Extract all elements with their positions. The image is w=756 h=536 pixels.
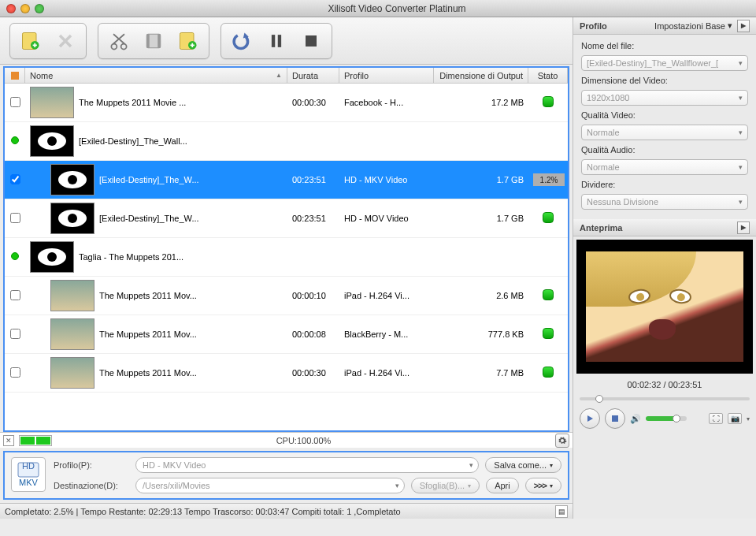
row-duration: 00:00:08 [287, 329, 339, 339]
thumbnail [30, 87, 74, 118]
stop-button[interactable] [295, 27, 327, 55]
column-profile[interactable]: Profilo [339, 68, 434, 83]
close-window-button[interactable] [6, 4, 16, 13]
preview-panel-toggle-button[interactable]: ▶ [737, 221, 750, 234]
row-checkbox-cell[interactable] [5, 97, 25, 109]
destination-dropdown[interactable]: /Users/xili/Movies [135, 478, 405, 493]
output-settings-panel: HD MKV Profilo(P): HD - MKV Video Salva … [3, 451, 569, 500]
svg-text:HD: HD [22, 462, 35, 471]
row-checkbox[interactable] [10, 174, 20, 184]
profile-dropdown[interactable]: HD - MKV Video [135, 457, 479, 473]
snapshot-button[interactable]: 📷 [728, 413, 742, 424]
row-output-size: 1.7 GB [434, 214, 528, 223]
effects-button[interactable] [138, 27, 169, 55]
cpu-usage-bar: ✕ CPU:100.00% [0, 432, 573, 448]
split-dropdown[interactable]: Nessuna Divisione [581, 194, 748, 210]
row-checkbox-cell[interactable] [5, 252, 25, 262]
video-size-label: Dimensione del Video: [581, 76, 748, 85]
column-status[interactable]: Stato [528, 68, 568, 83]
window-controls [6, 4, 44, 13]
row-checkbox-cell[interactable] [5, 213, 25, 225]
status-ready-icon [543, 367, 554, 378]
save-as-button[interactable]: Salva come... ▾ [485, 457, 561, 473]
row-checkbox[interactable] [10, 97, 20, 107]
status-ready-icon [543, 289, 554, 300]
file-name-field[interactable]: [Exiled-Destiny]_The_Wallflower_[ [581, 55, 748, 71]
row-checkbox-cell[interactable] [5, 367, 25, 379]
cpu-percent-label: CPU:100.00% [57, 436, 550, 445]
snapshot-menu-icon[interactable]: ▾ [747, 415, 750, 422]
column-duration[interactable]: Durata [287, 68, 339, 83]
column-output-size[interactable]: Dimensione di Output [434, 68, 528, 83]
preview-stop-button[interactable] [605, 408, 625, 429]
cut-button[interactable] [103, 27, 135, 55]
video-quality-dropdown[interactable]: Normale [581, 125, 748, 140]
open-button[interactable]: Apri [486, 478, 519, 493]
profile-panel-toggle-button[interactable]: ▶ [737, 20, 750, 32]
column-checkbox[interactable] [5, 68, 25, 83]
row-checkbox-cell[interactable] [5, 290, 25, 302]
convert-button[interactable] [226, 27, 258, 55]
svg-rect-10 [278, 35, 281, 47]
audio-quality-dropdown[interactable]: Normale [581, 159, 748, 175]
table-row[interactable]: The Muppets 2011 Mov...00:00:10iPad - H.… [5, 277, 568, 315]
expand-collapse-icon[interactable] [11, 252, 19, 260]
minimize-window-button[interactable] [20, 4, 30, 13]
video-size-dropdown[interactable]: 1920x1080 [581, 90, 748, 106]
row-checkbox[interactable] [10, 367, 20, 378]
row-checkbox[interactable] [10, 290, 20, 300]
row-profile: iPad - H.264 Vi... [339, 291, 434, 300]
preview-play-button[interactable] [580, 408, 600, 429]
table-row[interactable]: The Muppets 2011 Mov...00:00:08BlackBerr… [5, 315, 568, 354]
table-row[interactable]: [Exiled-Destiny]_The_W...00:23:51HD - MK… [5, 161, 568, 199]
row-duration: 00:00:30 [287, 98, 339, 107]
row-name: The Muppets 2011 Mov... [94, 368, 287, 378]
pause-button[interactable] [261, 27, 292, 55]
send-to-button[interactable]: >>> ▾ [525, 478, 561, 493]
thumbnail [30, 241, 74, 273]
close-cpu-icon[interactable]: ✕ [3, 435, 14, 446]
browse-button[interactable]: Sfoglia(B)... ▾ [411, 478, 480, 493]
row-profile: BlackBerry - M... [339, 329, 434, 339]
svg-rect-9 [272, 35, 275, 47]
preview-seek-slider[interactable] [580, 394, 750, 404]
remove-file-button[interactable] [50, 27, 81, 55]
thumbnail [50, 318, 94, 350]
cpu-cores-meter [19, 435, 52, 446]
preview-video-area[interactable] [576, 240, 753, 374]
profile-format-icon: HD MKV [11, 457, 46, 492]
fullscreen-button[interactable]: ⛶ [709, 413, 723, 424]
expand-collapse-icon[interactable] [11, 136, 19, 144]
audio-quality-label: Qualità Audio: [581, 145, 748, 154]
cpu-settings-button[interactable] [555, 434, 569, 448]
row-checkbox-cell[interactable] [5, 174, 25, 186]
base-settings-dropdown[interactable]: Impostazioni Base ▾ [654, 20, 732, 31]
table-row[interactable]: [Exiled-Destiny]_The_Wall... [5, 122, 568, 161]
add-clip-button[interactable] [172, 27, 204, 55]
row-checkbox[interactable] [10, 329, 20, 339]
table-row[interactable]: Taglia - The Muppets 201... [5, 238, 568, 277]
volume-icon[interactable]: 🔊 [630, 414, 641, 424]
preview-panel: Anteprima ▶ 00:02:32 / 00:23:51 🔊 ⛶ 📷 ▾ [573, 219, 756, 435]
task-list-button[interactable]: ▤ [555, 505, 568, 518]
row-output-size: 1.7 GB [434, 175, 528, 184]
zoom-window-button[interactable] [35, 4, 44, 13]
table-row[interactable]: [Exiled-Destiny]_The_W...00:23:51HD - MO… [5, 199, 568, 238]
volume-slider[interactable] [646, 416, 687, 421]
row-status [528, 367, 568, 379]
add-file-button[interactable] [15, 27, 46, 55]
row-duration: 00:23:51 [287, 214, 339, 223]
row-checkbox-cell[interactable] [5, 136, 25, 146]
column-name[interactable]: Nome▲ [25, 68, 287, 83]
row-checkbox-cell[interactable] [5, 329, 25, 341]
window-titlebar: Xilisoft Video Converter Platinum [0, 0, 756, 17]
row-status [528, 212, 568, 225]
table-row[interactable]: The Muppets 2011 Movie ...00:00:30Facebo… [5, 84, 568, 122]
thumbnail [50, 280, 94, 311]
svg-rect-5 [146, 34, 150, 48]
status-text: Completato: 2.5% | Tempo Restante: 02:29… [5, 507, 401, 516]
table-row[interactable]: The Muppets 2011 Mov...00:00:30iPad - H.… [5, 354, 568, 393]
row-checkbox[interactable] [10, 213, 20, 223]
row-duration: 00:00:10 [287, 291, 339, 300]
row-name: [Exiled-Destiny]_The_W... [94, 175, 287, 184]
